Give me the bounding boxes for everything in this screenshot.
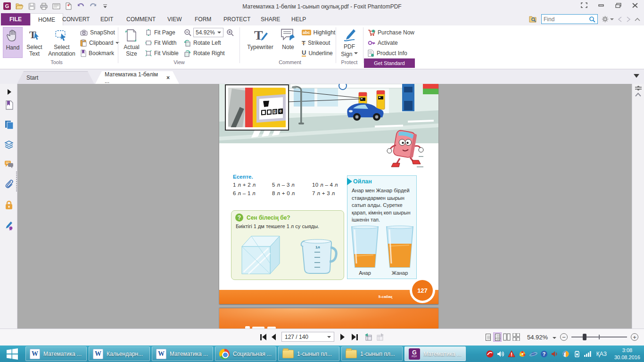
previous-page-button[interactable] xyxy=(272,333,276,341)
taskbar-item-word-2[interactable]: W Кальендарн... xyxy=(89,346,150,361)
tab-list-dropdown-icon[interactable] xyxy=(634,74,639,78)
taskbar-item-chrome[interactable]: Социальная ... xyxy=(215,346,276,361)
taskbar-item-foxit-active[interactable]: GPDF Математика ... xyxy=(405,346,466,361)
zoom-dropdown-icon[interactable] xyxy=(553,337,556,341)
attachments-panel-icon[interactable] xyxy=(4,179,14,189)
planet-tray-icon[interactable] xyxy=(529,350,537,358)
zoom-combo[interactable]: 54.92% xyxy=(193,28,223,37)
tab-home[interactable]: HOME xyxy=(30,13,63,25)
restore-window-icon[interactable] xyxy=(614,1,622,9)
zoom-out-tool-icon[interactable] xyxy=(184,29,191,36)
redo-icon[interactable] xyxy=(89,2,97,10)
security-panel-icon[interactable] xyxy=(4,200,14,210)
network-tray-icon[interactable] xyxy=(584,350,592,358)
fit-width-button[interactable]: Fit Width xyxy=(145,38,176,48)
collapse-ribbon-icon[interactable] xyxy=(635,17,640,21)
updater-tray-icon[interactable] xyxy=(519,350,527,358)
taskbar-item-word-1[interactable]: W Математика ... xyxy=(25,346,87,361)
panel-resize-grip[interactable] xyxy=(16,172,17,191)
save-icon[interactable] xyxy=(27,2,36,10)
underline-button[interactable]: U Underline xyxy=(302,49,333,58)
find-next-icon[interactable] xyxy=(626,16,631,22)
antivirus-tray-icon[interactable] xyxy=(486,350,494,358)
undo-icon[interactable] xyxy=(76,2,85,10)
typewriter-button[interactable]: T Typewriter xyxy=(243,27,277,58)
zoom-slider-handle[interactable] xyxy=(583,334,586,340)
rotate-right-button[interactable]: Rotate Right xyxy=(184,49,225,58)
select-text-button[interactable]: T Select Text xyxy=(24,27,45,58)
sync-tray-icon[interactable] xyxy=(562,350,570,358)
find-previous-icon[interactable] xyxy=(618,16,622,22)
continuous-view-icon[interactable] xyxy=(493,332,502,342)
fit-visible-button[interactable]: Fit Visible xyxy=(145,49,179,58)
tab-edit[interactable]: EDIT xyxy=(100,13,113,25)
find-options-gear-icon[interactable] xyxy=(602,16,614,23)
email-icon[interactable] xyxy=(52,2,60,10)
help-tray-icon[interactable]: ? xyxy=(540,350,548,358)
language-indicator[interactable]: ҚАЗ xyxy=(596,351,607,357)
pages-panel-icon[interactable] xyxy=(4,120,14,130)
zoom-percentage[interactable]: 54.92% xyxy=(527,334,548,341)
power-tray-icon[interactable] xyxy=(573,350,581,358)
activate-button[interactable]: Activate xyxy=(368,38,398,48)
clipboard-button[interactable]: Clipboard xyxy=(80,38,119,48)
warning-tray-icon[interactable] xyxy=(508,350,516,358)
taskbar-item-folder-1[interactable]: 1-сынып пл... xyxy=(278,346,339,361)
zoom-out-button[interactable]: − xyxy=(560,333,568,341)
next-view-icon[interactable] xyxy=(376,333,385,341)
zoom-in-tool-icon[interactable] xyxy=(226,29,234,36)
taskbar-item-word-3[interactable]: W Математика ... xyxy=(152,346,213,361)
scroll-up-icon[interactable] xyxy=(635,92,641,97)
taskbar-item-folder-2[interactable]: 1-сынып пл... xyxy=(341,346,403,361)
hand-tool-button[interactable]: Hand xyxy=(3,27,23,58)
comments-panel-icon[interactable] xyxy=(4,159,14,170)
page-number-input[interactable] xyxy=(285,334,322,340)
start-button[interactable] xyxy=(0,346,25,362)
select-annotation-button[interactable]: Select Annotation xyxy=(46,27,77,58)
split-view-handle-icon[interactable] xyxy=(635,86,642,90)
tab-help[interactable]: HELP xyxy=(291,13,306,25)
doc-tab-close-icon[interactable]: × xyxy=(166,74,170,81)
print-icon[interactable] xyxy=(40,2,48,10)
previous-view-icon[interactable] xyxy=(364,333,372,341)
tab-comment[interactable]: COMMENT xyxy=(126,13,156,25)
get-standard-group-label[interactable]: Get Standard xyxy=(364,58,415,68)
clock[interactable]: 3:08 30.08.2016 xyxy=(614,347,640,361)
facing-view-icon[interactable] xyxy=(503,332,511,342)
minimize-icon[interactable] xyxy=(597,1,605,9)
actual-size-button[interactable]: Actual Size xyxy=(121,27,142,58)
close-icon[interactable] xyxy=(631,1,639,9)
highlight-button[interactable]: abc Highlight xyxy=(302,28,335,37)
pdf-sign-button[interactable]: PDFSign xyxy=(338,27,361,58)
audio-tray-icon[interactable] xyxy=(551,350,559,358)
volume-tray-icon[interactable] xyxy=(497,350,505,358)
open-file-icon[interactable] xyxy=(15,2,24,10)
signature-panel-icon[interactable] xyxy=(4,221,14,231)
snapshot-button[interactable]: SnapShot xyxy=(80,28,115,37)
single-page-view-icon[interactable] xyxy=(484,332,492,342)
strikeout-button[interactable]: T Strikeout xyxy=(302,38,330,48)
tab-protect[interactable]: PROTECT xyxy=(223,13,250,25)
new-document-icon[interactable] xyxy=(64,2,73,10)
search-folder-icon[interactable] xyxy=(529,16,537,23)
continuous-facing-view-icon[interactable] xyxy=(512,332,520,342)
layers-panel-icon[interactable] xyxy=(4,140,14,150)
last-page-button[interactable] xyxy=(352,333,358,341)
tab-convert[interactable]: CONVERT xyxy=(62,13,90,25)
next-page-button[interactable] xyxy=(340,333,345,341)
zoom-in-button[interactable]: + xyxy=(631,333,638,341)
restore-layout-icon[interactable] xyxy=(580,1,588,9)
first-page-button[interactable] xyxy=(260,333,266,341)
tab-share[interactable]: SHARE xyxy=(261,13,280,25)
rotate-left-button[interactable]: Rotate Left xyxy=(184,38,221,48)
bookmarks-panel-icon[interactable] xyxy=(4,100,14,110)
doc-tab-document[interactable]: Математика 1-бөлім ... × xyxy=(95,71,179,84)
tab-view[interactable]: VIEW xyxy=(167,13,182,25)
tab-file[interactable]: FILE xyxy=(1,13,30,25)
vertical-scrollbar[interactable] xyxy=(632,84,644,329)
page-number-combo[interactable] xyxy=(281,332,334,342)
purchase-now-button[interactable]: Purchase Now xyxy=(368,28,414,37)
note-button[interactable]: Note xyxy=(278,27,298,58)
expand-panel-icon[interactable] xyxy=(4,87,14,97)
find-input[interactable] xyxy=(544,16,589,23)
